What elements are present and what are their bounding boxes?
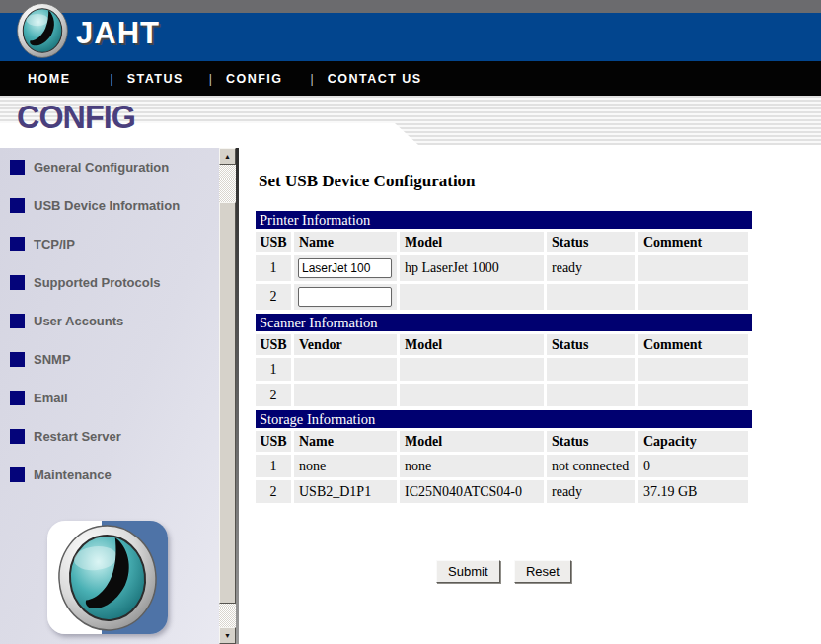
nav-separator: |: [111, 72, 113, 86]
table-cell-usb: 1: [256, 255, 291, 281]
sidebar-item-label: Email: [34, 391, 68, 405]
table-cell-status: ready: [547, 255, 635, 281]
table-cell-name: [294, 255, 397, 281]
column-header: Comment: [638, 232, 748, 252]
column-header: Status: [547, 232, 635, 252]
table-cell-name: USB2_D1P1: [294, 480, 397, 503]
nav-separator: |: [209, 72, 212, 86]
nav-item-config[interactable]: CONFIG: [226, 72, 283, 86]
top-gray-strip: [0, 0, 821, 13]
submit-button[interactable]: Submit: [436, 560, 499, 583]
brand-name: JAHT: [76, 16, 160, 51]
column-header: Model: [400, 334, 544, 355]
usb-config-panel: Set USB Device Configuration Printer Inf…: [240, 148, 821, 644]
scroll-down-icon[interactable]: ▼: [219, 627, 236, 644]
column-header: USB: [256, 431, 291, 452]
scrollbar-thumb[interactable]: [219, 202, 236, 604]
nav-item-contact-us[interactable]: CONTACT US: [328, 72, 422, 86]
table-cell-comment: [638, 284, 748, 310]
sidebar-item-label: SNMP: [34, 352, 71, 367]
table-cell-capacity: 0: [638, 455, 748, 477]
column-header: Model: [400, 232, 544, 252]
bullet-square-icon: [10, 275, 25, 290]
table-cell-status: [547, 358, 635, 381]
table-cell-usb: 1: [256, 455, 291, 477]
bullet-square-icon: [10, 198, 25, 213]
reset-button[interactable]: Reset: [514, 560, 571, 583]
bullet-square-icon: [10, 237, 25, 251]
sidebar-item-general-configuration[interactable]: General Configuration: [0, 148, 219, 186]
sidebar-item-label: Supported Protocols: [34, 275, 161, 290]
sidebar-item-user-accounts[interactable]: User Accounts: [0, 302, 219, 340]
bullet-square-icon: [10, 467, 25, 482]
storage-information-heading: Storage Information: [256, 410, 752, 428]
printer1-name-input[interactable]: [298, 258, 392, 278]
table-cell-vendor: [294, 358, 397, 381]
table-cell-comment: [638, 358, 748, 381]
scanner-information-heading: Scanner Information: [256, 314, 752, 331]
column-header: Name: [294, 431, 397, 452]
table-cell-status: [547, 384, 635, 406]
scanner-table: USB Vendor Model Status Comment 1 2: [256, 334, 752, 406]
table-cell-vendor: [294, 384, 397, 406]
bullet-square-icon: [10, 314, 25, 328]
printer-table: USB Name Model Status Comment 1 hp Laser…: [256, 232, 752, 310]
scroll-up-icon[interactable]: ▲: [219, 148, 236, 165]
jaht-logo-large-icon: [47, 521, 168, 634]
content-frame-border: [236, 148, 239, 644]
nav-item-status[interactable]: STATUS: [127, 72, 184, 86]
sidebar-item-supported-protocols[interactable]: Supported Protocols: [0, 263, 219, 302]
table-cell-status: [547, 284, 635, 310]
table-cell-usb: 2: [256, 284, 291, 310]
column-header: Capacity: [638, 431, 748, 452]
column-header: Vendor: [294, 334, 397, 355]
column-header: USB: [256, 334, 291, 355]
printer2-name-input[interactable]: [298, 287, 392, 307]
sidebar-scrollbar[interactable]: ▲ ▼: [219, 148, 236, 644]
table-cell-model: none: [400, 455, 544, 477]
column-header: Comment: [638, 334, 748, 355]
top-navigation: HOME | STATUS | CONFIG | CONTACT US: [0, 61, 821, 96]
table-cell-name: [294, 284, 397, 310]
table-cell-model: IC25N040ATCS04-0: [400, 480, 544, 503]
sidebar-item-label: General Configuration: [34, 160, 169, 175]
column-header: USB: [256, 232, 291, 252]
sidebar-menu: General Configuration USB Device Informa…: [0, 148, 219, 644]
sidebar-item-label: Restart Server: [34, 429, 121, 444]
section-title: Set USB Device Configuration: [259, 172, 821, 191]
table-cell-capacity: 37.19 GB: [638, 480, 748, 503]
jaht-logo-icon[interactable]: [17, 3, 68, 58]
bullet-square-icon: [10, 160, 25, 175]
sidebar-item-usb-device-information[interactable]: USB Device Information: [0, 186, 219, 225]
table-cell-model: [400, 384, 544, 406]
nav-item-home[interactable]: HOME: [28, 72, 71, 86]
column-header: Model: [400, 431, 544, 452]
table-cell-comment: [638, 255, 748, 281]
sidebar-item-snmp[interactable]: SNMP: [0, 340, 219, 379]
table-cell-status: not connected: [547, 455, 635, 477]
sidebar-item-label: USB Device Information: [34, 198, 180, 213]
nav-separator: |: [311, 72, 314, 86]
table-cell-comment: [638, 384, 748, 406]
sidebar-item-email[interactable]: Email: [0, 379, 219, 417]
table-cell-usb: 2: [256, 480, 291, 503]
table-cell-usb: 1: [256, 358, 291, 381]
bullet-square-icon: [10, 391, 25, 405]
printer-information-heading: Printer Information: [256, 211, 752, 229]
column-header: Status: [547, 334, 635, 355]
sidebar-item-maintenance[interactable]: Maintenance: [0, 456, 219, 494]
bullet-square-icon: [10, 429, 25, 444]
table-cell-model: [400, 358, 544, 381]
table-cell-usb: 2: [256, 384, 291, 406]
sidebar-item-tcpip[interactable]: TCP/IP: [0, 225, 219, 263]
table-cell-model: hp LaserJet 1000: [400, 255, 544, 281]
sidebar-item-label: User Accounts: [34, 314, 123, 328]
table-cell-model: [400, 284, 544, 310]
table-cell-status: ready: [547, 480, 635, 503]
form-actions: Submit Reset: [256, 560, 752, 583]
sidebar-item-restart-server[interactable]: Restart Server: [0, 417, 219, 456]
sidebar-item-label: Maintenance: [34, 467, 112, 482]
table-cell-name: none: [294, 455, 397, 477]
column-header: Name: [294, 232, 397, 252]
page-title: CONFIG: [17, 98, 135, 136]
